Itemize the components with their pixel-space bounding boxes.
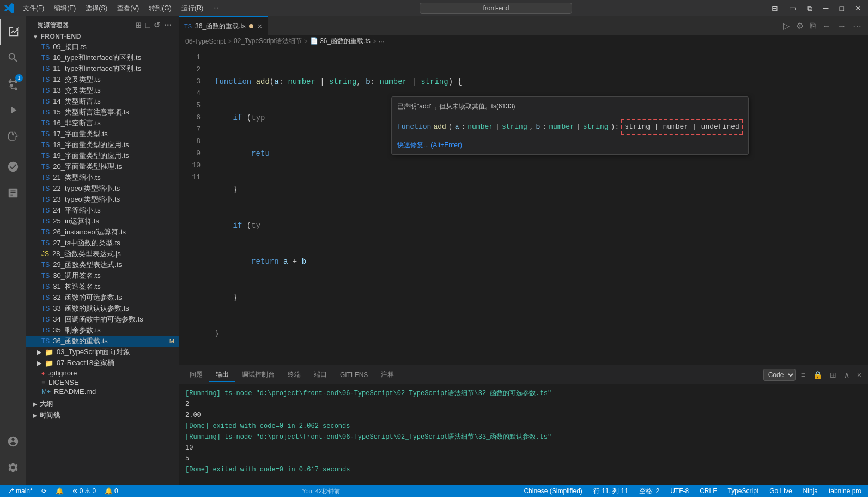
- minimize-button[interactable]: ─: [821, 3, 831, 14]
- panel-icon[interactable]: ▭: [787, 3, 798, 14]
- new-file-icon[interactable]: ⊞: [135, 21, 142, 29]
- status-bell[interactable]: 🔔: [53, 485, 66, 497]
- status-language[interactable]: TypeScript: [726, 485, 761, 497]
- timeline-section[interactable]: ▶ 时间线: [26, 410, 179, 421]
- status-position[interactable]: 行 11, 列 11: [591, 485, 630, 497]
- panel-tab-gitlens[interactable]: GITLENS: [333, 369, 374, 381]
- menu-goto[interactable]: 转到(G): [144, 3, 175, 14]
- status-errors[interactable]: ⊗ 0 ⚠ 0: [70, 485, 98, 497]
- panel-dropdown[interactable]: Code: [763, 369, 796, 381]
- folder-03[interactable]: ▶ 📁 03_TypeScript面向对象: [26, 347, 179, 357]
- breadcrumb-item-1[interactable]: 06-TypeScript: [185, 38, 226, 45]
- status-go-live[interactable]: Go Live: [767, 485, 794, 497]
- file-36[interactable]: TS36_函数的重载.tsM: [26, 336, 179, 347]
- file-14[interactable]: TS14_类型断言.ts: [26, 96, 179, 107]
- close-button[interactable]: ✕: [853, 3, 864, 14]
- activity-source-control[interactable]: 1: [0, 71, 26, 97]
- menu-more[interactable]: ···: [209, 3, 223, 14]
- tab-36[interactable]: TS 36_函数的重载.ts ×: [179, 16, 268, 35]
- tab-close-button[interactable]: ×: [258, 22, 262, 31]
- status-line-ending[interactable]: CRLF: [697, 485, 719, 497]
- file-23[interactable]: TS23_typeof类型缩小.ts: [26, 194, 179, 205]
- breadcrumb-more[interactable]: ···: [379, 38, 384, 45]
- breadcrumb-current[interactable]: 📄 36_函数的重载.ts: [310, 37, 371, 46]
- file-30[interactable]: TS30_调用签名.ts: [26, 270, 179, 281]
- status-ninja[interactable]: Ninja: [801, 485, 820, 497]
- file-22[interactable]: TS22_typeof类型缩小.ts: [26, 183, 179, 194]
- file-16[interactable]: TS16_非空断言.ts: [26, 118, 179, 129]
- activity-test[interactable]: [0, 180, 26, 206]
- file-10[interactable]: TS10_type和interface的区别.ts: [26, 52, 179, 63]
- file-17[interactable]: TS17_字面量类型.ts: [26, 129, 179, 140]
- menu-edit[interactable]: 编辑(E): [50, 3, 80, 14]
- panel-tab-terminal[interactable]: 终端: [281, 368, 307, 382]
- root-file-license[interactable]: ≡ LICENSE: [26, 378, 179, 387]
- file-24[interactable]: TS24_平等缩小.ts: [26, 205, 179, 216]
- activity-search[interactable]: [0, 45, 26, 71]
- root-file-readme[interactable]: M+ README.md: [26, 387, 179, 396]
- folder-07[interactable]: ▶ 📁 07-React18全家桶: [26, 357, 179, 368]
- maximize-button[interactable]: □: [837, 3, 846, 14]
- panel-tab-ports[interactable]: 端口: [307, 368, 333, 382]
- menu-run[interactable]: 运行(R): [177, 3, 208, 14]
- search-bar[interactable]: front-end: [420, 3, 572, 14]
- status-tabnine[interactable]: tabnine pro: [827, 485, 864, 497]
- file-26[interactable]: TS26_instanceof运算符.ts: [26, 227, 179, 238]
- menu-file[interactable]: 文件(F): [19, 3, 48, 14]
- new-folder-icon[interactable]: □: [145, 21, 150, 29]
- collapse-icon[interactable]: ⋯: [164, 21, 172, 29]
- file-09[interactable]: TS09_接口.ts: [26, 41, 179, 52]
- panel-tab-issues[interactable]: 问题: [183, 368, 209, 382]
- status-branch[interactable]: ⎇ main*: [4, 485, 35, 497]
- activity-accounts[interactable]: [0, 428, 26, 454]
- activity-extensions[interactable]: [0, 123, 26, 149]
- root-file-gitignore[interactable]: ♦ .gitignore: [26, 368, 179, 378]
- more-actions-icon[interactable]: ⋯: [851, 20, 864, 32]
- split-icon[interactable]: ⧉: [805, 3, 815, 14]
- breadcrumb-item-2[interactable]: 02_TypeScript语法细节: [234, 37, 302, 46]
- status-spaces[interactable]: 空格: 2: [637, 485, 661, 497]
- activity-remote[interactable]: [0, 154, 26, 180]
- panel-tab-comments[interactable]: 注释: [374, 368, 400, 382]
- file-19[interactable]: TS19_字面量类型的应用.ts: [26, 150, 179, 161]
- menu-select[interactable]: 选择(S): [81, 3, 112, 14]
- file-12[interactable]: TS12_交叉类型.ts: [26, 74, 179, 85]
- panel-up-icon[interactable]: ∧: [842, 369, 852, 380]
- status-locale[interactable]: Chinese (Simplified): [521, 485, 584, 497]
- panel-lock-icon[interactable]: 🔒: [811, 369, 824, 380]
- panel-tab-debug[interactable]: 调试控制台: [235, 368, 281, 382]
- status-notifications[interactable]: 🔔 0: [102, 485, 120, 497]
- file-15[interactable]: TS15_类型断言注意事项.ts: [26, 107, 179, 118]
- menu-view[interactable]: 查看(V): [113, 3, 143, 14]
- file-21[interactable]: TS21_类型缩小.ts: [26, 172, 179, 183]
- hover-popup-footer[interactable]: 快速修复... (Alt+Enter): [392, 138, 748, 154]
- debug-icon[interactable]: ⚙: [794, 20, 806, 32]
- panel-close-icon[interactable]: ×: [855, 369, 864, 380]
- panel-copy-icon[interactable]: ⊞: [828, 369, 839, 380]
- panel-content[interactable]: [Running] ts-node "d:\project\front-end\…: [179, 385, 868, 485]
- file-32[interactable]: TS32_函数的可选参数.ts: [26, 292, 179, 303]
- file-29[interactable]: TS29_函数类型表达式.ts: [26, 259, 179, 270]
- navigate-forward-icon[interactable]: →: [835, 20, 848, 32]
- panel-tab-output[interactable]: 输出: [209, 368, 235, 382]
- file-27[interactable]: TS27_ts中函数的类型.ts: [26, 238, 179, 248]
- activity-run[interactable]: [0, 97, 26, 123]
- panel-list-icon[interactable]: ≡: [799, 369, 808, 380]
- run-icon[interactable]: ▷: [781, 20, 792, 32]
- status-sync[interactable]: ⟳: [39, 485, 49, 497]
- activity-settings[interactable]: [0, 454, 26, 481]
- file-18[interactable]: TS18_字面量类型的应用.ts: [26, 140, 179, 150]
- file-25[interactable]: TS25_in运算符.ts: [26, 216, 179, 227]
- layout-icon[interactable]: ⊟: [769, 3, 780, 14]
- activity-explorer[interactable]: [0, 19, 26, 45]
- navigate-back-icon[interactable]: ←: [820, 20, 833, 32]
- status-encoding[interactable]: UTF-8: [668, 485, 691, 497]
- file-20[interactable]: TS20_字面量类型推理.ts: [26, 161, 179, 172]
- file-13[interactable]: TS13_交叉类型.ts: [26, 85, 179, 96]
- code-content[interactable]: function add(a: number | string, b: numb…: [206, 47, 868, 365]
- file-35[interactable]: TS35_剩余参数.ts: [26, 325, 179, 336]
- outline-section[interactable]: ▶ 大纲: [26, 398, 179, 410]
- file-28[interactable]: JS28_函数类型表达式.js: [26, 248, 179, 259]
- file-31[interactable]: TS31_构造签名.ts: [26, 281, 179, 292]
- split-editor-icon[interactable]: ⎘: [808, 20, 818, 32]
